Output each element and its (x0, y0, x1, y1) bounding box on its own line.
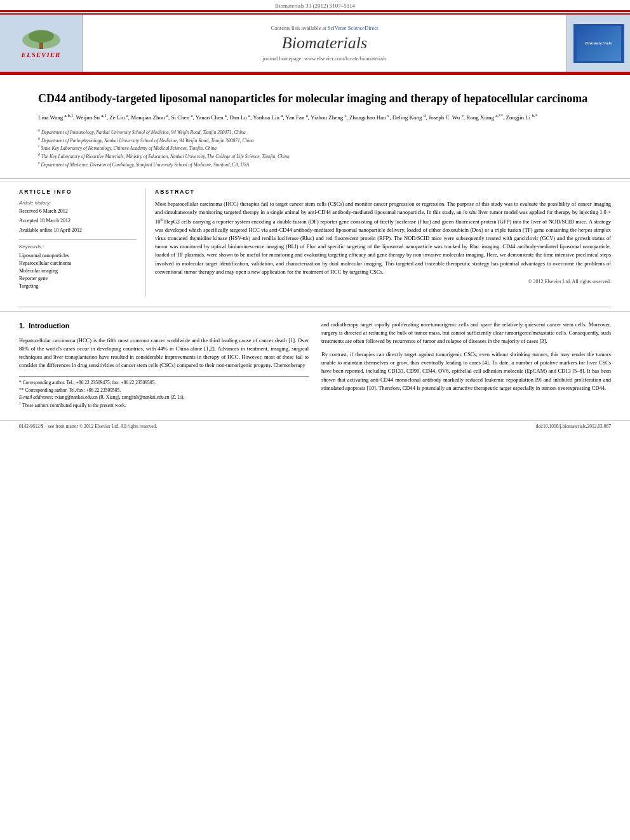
top-bar: Biomaterials 33 (2012) 5107–5114 (0, 0, 630, 10)
footnote-section: * Corresponding author. Tel.; +86 22 235… (19, 376, 309, 409)
contents-line: Contents lists available at SciVerse Sci… (271, 25, 379, 31)
svg-rect-1 (39, 43, 43, 49)
received-date: Received 6 March 2012 (19, 208, 137, 214)
header-center: Contents lists available at SciVerse Sci… (83, 15, 566, 72)
journal-title: Biomaterials (282, 34, 367, 53)
header-right-logo: Biomaterials (566, 15, 630, 72)
intro-paragraph-1: Hepatocellular carcinoma (HCC) is the fi… (19, 337, 309, 370)
body-two-col: 1. Introduction Hepatocellular carcinoma… (19, 321, 611, 409)
svg-point-2 (29, 30, 54, 43)
article-title: CD44 antibody-targeted liposomal nanopar… (38, 91, 592, 106)
journal-homepage: journal homepage: www.elsevier.com/locat… (262, 55, 386, 62)
keyword-2: Hepatocellular carcinoma (19, 260, 137, 267)
intro-number: 1. (19, 322, 25, 330)
body-right-col: and radiotherapy target rapidly prolifer… (321, 321, 611, 409)
bottom-red-rule (0, 73, 630, 75)
biomaterials-brand-logo: Biomaterials (573, 24, 624, 63)
info-abstract-section: ARTICLE INFO Article history: Received 6… (0, 182, 630, 303)
article-info-heading: ARTICLE INFO (19, 189, 137, 195)
sciverse-link[interactable]: SciVerse ScienceDirect (328, 25, 379, 31)
body-left-col: 1. Introduction Hepatocellular carcinoma… (19, 321, 309, 409)
intro-paragraph-right-1: and radiotherapy target rapidly prolifer… (321, 321, 611, 346)
article-title-section: CD44 antibody-targeted liposomal nanopar… (0, 79, 630, 179)
authors-line: Lina Wang a,b,1, Weijun Su a,1, Ze Liu a… (38, 112, 592, 122)
doi-text: doi:10.1016/j.biomaterials.2012.03.067 (535, 423, 611, 429)
keywords-block: Keywords: Liposomal nanoparticles Hepato… (19, 244, 137, 290)
intro-paragraph-right-2: By contrast, if therapies can directly t… (321, 350, 611, 392)
keywords-label: Keywords: (19, 244, 137, 250)
footnote-2: ** Corresponding author. Tel./fax: +86 2… (19, 387, 309, 394)
footnote-1: * Corresponding author. Tel.; +86 22 235… (19, 379, 309, 386)
brand-logo-text: Biomaterials (585, 41, 612, 46)
header-section: ELSEVIER Contents lists available at Sci… (0, 13, 630, 73)
article-history-block: Article history: Received 6 March 2012 A… (19, 200, 137, 233)
section-divider (19, 307, 611, 307)
intro-heading: 1. Introduction (19, 321, 309, 331)
header-left-logo: ELSEVIER (0, 15, 83, 72)
page: Biomaterials 33 (2012) 5107–5114 ELSEVIE… (0, 0, 630, 840)
copyright-line: © 2012 Elsevier Ltd. All rights reserved… (155, 279, 611, 284)
keyword-3: Molecular imaging (19, 267, 137, 275)
elsevier-tree-icon (16, 29, 67, 51)
accepted-date: Accepted 18 March 2012 (19, 218, 137, 223)
keyword-5: Targeting (19, 283, 137, 290)
body-section: 1. Introduction Hepatocellular carcinoma… (0, 311, 630, 415)
bottom-bar: 0142-9612/$ – see front matter © 2012 El… (0, 420, 630, 432)
affiliations: a Department of Immunology, Nankai Unive… (38, 128, 592, 168)
top-red-rule (0, 10, 630, 12)
abstract-column: ABSTRACT Most hepatocellular carcinoma (… (146, 189, 611, 297)
footnote-email: E-mail addresses: rxiang@nankai.edu.cn (… (19, 394, 309, 401)
keyword-4: Reporter gene (19, 275, 137, 283)
license-text: 0142-9612/$ – see front matter © 2012 El… (19, 423, 157, 429)
elsevier-logo-text: ELSEVIER (22, 51, 61, 58)
history-label: Article history: (19, 200, 137, 206)
footnote-equal: 1 These authors contributed equally to t… (19, 401, 309, 409)
journal-issue: Biomaterials 33 (2012) 5107–5114 (275, 3, 355, 9)
available-date: Available online 10 April 2012 (19, 227, 137, 233)
keyword-1: Liposomal nanoparticles (19, 252, 137, 260)
info-divider (19, 239, 137, 240)
article-info-column: ARTICLE INFO Article history: Received 6… (19, 189, 146, 297)
abstract-heading: ABSTRACT (155, 189, 611, 195)
abstract-text: Most hepatocellular carcinoma (HCC) ther… (155, 200, 611, 276)
